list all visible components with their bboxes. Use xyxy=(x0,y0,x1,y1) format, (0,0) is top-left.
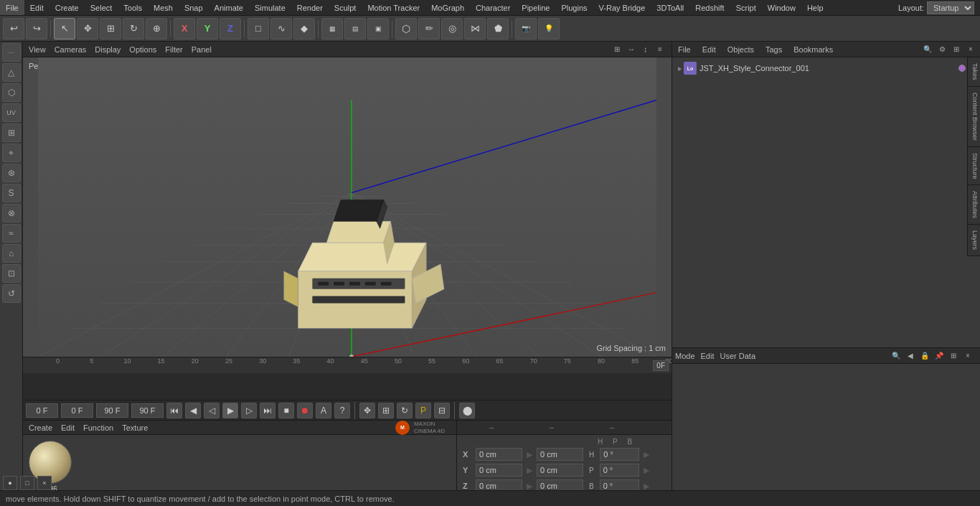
attr-nav-back-button[interactable]: ◀ xyxy=(904,350,917,362)
obj-file-menu[interactable]: File xyxy=(672,42,697,57)
tool-paint[interactable]: ⊗ xyxy=(2,204,21,222)
viewport-3d[interactable]: Perspective xyxy=(23,57,672,357)
cube-button[interactable]: ⬡ xyxy=(395,18,417,39)
obj-expand-button[interactable]: ⊞ xyxy=(950,43,963,56)
menu-mesh[interactable]: Mesh xyxy=(148,0,179,15)
table-row[interactable]: ▸ Lo JST_XH_Style_Connector_001 xyxy=(675,60,977,76)
viewport-fullscreen-button[interactable]: ↔ xyxy=(626,44,637,55)
goto-end-button[interactable]: ⏭ xyxy=(260,403,275,418)
menu-mograph[interactable]: MoGraph xyxy=(425,0,470,15)
nurbs-button[interactable]: ◎ xyxy=(441,18,463,39)
render-active-button[interactable]: ▤ xyxy=(344,18,366,39)
move-tool-button[interactable]: ✥ xyxy=(359,403,375,418)
menu-plugins[interactable]: Plugins xyxy=(555,0,593,15)
menu-simulate[interactable]: Simulate xyxy=(249,0,291,15)
menu-file[interactable]: File xyxy=(0,0,24,15)
content-browser-tab[interactable]: Content Browser xyxy=(967,87,980,147)
select-mode-button[interactable]: ↖ xyxy=(54,18,75,39)
move-button[interactable]: ✥ xyxy=(77,18,98,39)
tool-polygons[interactable]: ⬡ xyxy=(2,83,21,102)
timeline-track[interactable] xyxy=(23,373,672,400)
z-axis-button[interactable]: Z xyxy=(220,18,241,39)
obj-bookmarks-menu[interactable]: Bookmarks xyxy=(788,42,839,57)
attr-userdata-menu[interactable]: User Data xyxy=(720,352,756,360)
camera-button[interactable]: 📷 xyxy=(515,18,537,39)
pen-button[interactable]: ✏ xyxy=(418,18,440,39)
material-create-menu[interactable]: Create xyxy=(29,423,52,432)
menu-snap[interactable]: Snap xyxy=(179,0,209,15)
obj-close-button[interactable]: × xyxy=(964,43,977,56)
material-texture-menu[interactable]: Texture xyxy=(122,423,148,432)
attr-close-button[interactable]: × xyxy=(961,350,974,362)
menu-pipeline[interactable]: Pipeline xyxy=(516,0,555,15)
material-function-menu[interactable]: Function xyxy=(83,423,113,432)
mode-btn-2[interactable]: □ xyxy=(20,476,34,490)
redo-button[interactable]: ↪ xyxy=(26,18,47,39)
play-forward-button[interactable]: ▶ xyxy=(222,403,238,418)
tool-poly-pen[interactable]: ⌂ xyxy=(2,244,21,263)
poly-mode-button[interactable]: ◆ xyxy=(293,18,315,39)
structure-tab[interactable]: Structure xyxy=(967,147,980,186)
mode-btn-1[interactable]: ● xyxy=(3,476,17,490)
attr-edit-menu[interactable]: Edit xyxy=(701,352,715,360)
menu-create[interactable]: Create xyxy=(50,0,85,15)
menu-tools[interactable]: Tools xyxy=(118,0,148,15)
goto-start-button[interactable]: ⏮ xyxy=(166,403,182,418)
frame-end2-input[interactable] xyxy=(131,403,164,418)
x-h-input[interactable] xyxy=(600,448,639,461)
obj-objects-menu[interactable]: Objects xyxy=(722,42,760,57)
rotate-tool-button[interactable]: ↻ xyxy=(397,403,413,418)
obj-search-button[interactable]: 🔍 xyxy=(921,43,934,56)
viewport-filter-menu[interactable]: Filter xyxy=(165,45,182,54)
next-frame-button[interactable]: ▷ xyxy=(241,403,257,418)
menu-edit[interactable]: Edit xyxy=(24,0,50,15)
viewport-view-menu[interactable]: View xyxy=(29,45,46,54)
menu-script[interactable]: Script xyxy=(730,0,762,15)
obj-tags-menu[interactable]: Tags xyxy=(760,42,788,57)
mode-btn-3[interactable]: × xyxy=(37,476,52,490)
prev-frame-button[interactable]: ◀ xyxy=(185,403,201,418)
undo-button[interactable]: ↩ xyxy=(3,18,24,39)
viewport-display-menu[interactable]: Display xyxy=(95,45,121,54)
tool-grid[interactable]: ⊞ xyxy=(2,123,21,142)
y-p-input[interactable] xyxy=(600,464,639,477)
menu-help[interactable]: Help xyxy=(801,0,829,15)
menu-redshift[interactable]: Redshift xyxy=(689,0,730,15)
viewport-cameras-menu[interactable]: Cameras xyxy=(55,45,87,54)
menu-animate[interactable]: Animate xyxy=(209,0,249,15)
scale-button[interactable]: ⊞ xyxy=(100,18,121,39)
tool-loop-sel[interactable]: ↺ xyxy=(2,284,21,303)
viewport-menu-button[interactable]: ≡ xyxy=(654,44,666,55)
menu-motion-tracker[interactable]: Motion Tracker xyxy=(362,0,425,15)
timeline-ruler[interactable]: 0 5 10 15 20 25 30 35 40 45 50 55 xyxy=(23,357,672,373)
viewport-lock-button[interactable]: ↨ xyxy=(640,44,651,55)
attr-mode-menu[interactable]: Mode xyxy=(675,352,695,360)
light-button[interactable]: 💡 xyxy=(538,18,560,39)
help-button[interactable]: ? xyxy=(334,403,350,418)
y-axis-button[interactable]: Y xyxy=(197,18,218,39)
tool-s[interactable]: S xyxy=(2,184,21,202)
tool-symmetry[interactable]: ⊡ xyxy=(2,264,21,283)
point-mode-button[interactable]: P xyxy=(415,403,431,418)
object-mode-button[interactable]: □ xyxy=(248,18,269,39)
attr-expand-button[interactable]: ⊞ xyxy=(947,350,960,362)
rotate-button[interactable]: ↻ xyxy=(123,18,144,39)
spline-mode-button[interactable]: ∿ xyxy=(270,18,292,39)
attributes-tab[interactable]: Attributes xyxy=(967,185,980,225)
frame-current-input[interactable] xyxy=(61,403,93,418)
y-pos-input[interactable] xyxy=(476,464,522,477)
record-button[interactable]: ⏺ xyxy=(297,403,313,418)
tool-points[interactable]: ··· xyxy=(2,43,21,62)
deform-button[interactable]: ⋈ xyxy=(464,18,486,39)
env-button[interactable]: ⬟ xyxy=(487,18,509,39)
tool-uvw[interactable]: UV xyxy=(2,103,21,122)
obj-settings-button[interactable]: ⚙ xyxy=(936,43,948,56)
tool-magnet[interactable]: ⊛ xyxy=(2,164,21,182)
menu-vray[interactable]: V-Ray Bridge xyxy=(593,0,651,15)
transform-button[interactable]: ⊕ xyxy=(146,18,167,39)
menu-render[interactable]: Render xyxy=(291,0,329,15)
menu-sculpt[interactable]: Sculpt xyxy=(329,0,362,15)
layers-tab[interactable]: Layers xyxy=(967,225,980,256)
attr-pin-button[interactable]: 📌 xyxy=(933,350,946,362)
viewport-options-menu[interactable]: Options xyxy=(129,45,156,54)
